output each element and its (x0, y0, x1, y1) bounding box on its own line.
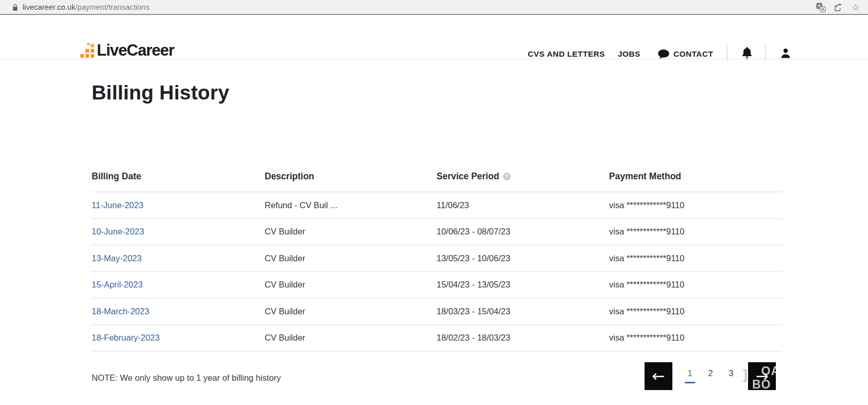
description-cell: CV Builder (265, 333, 437, 343)
info-icon[interactable]: ? (503, 173, 511, 180)
description-cell: CV Builder (265, 307, 437, 316)
arrow-left-icon: ← (652, 368, 665, 384)
column-header-description: Description (265, 171, 437, 182)
billing-date-link[interactable]: 18-February-2023 (92, 333, 265, 343)
column-header-service-period: Service Period ? (437, 171, 609, 182)
bell-icon[interactable] (740, 46, 754, 60)
description-cell: CV Builder (265, 280, 437, 290)
description-cell: CV Builder (265, 227, 437, 237)
payment-method-cell: visa ************9110 (609, 280, 782, 290)
service-period-cell: 11/06/23 (437, 200, 609, 210)
service-period-cell: 15/04/23 - 13/05/23 (437, 280, 609, 290)
description-cell: Refund - CV Buil ... (265, 200, 437, 210)
payment-method-cell: visa ************9110 (609, 227, 782, 237)
table-row: 15-April-2023 CV Builder 15/04/23 - 13/0… (92, 272, 782, 299)
billing-date-link[interactable]: 18-March-2023 (92, 307, 265, 316)
payment-method-cell: visa ************9110 (609, 254, 782, 263)
nav-cvs-and-letters[interactable]: CVS AND LETTERS (528, 47, 605, 61)
browser-url-bar[interactable]: livecareer.co.uk/payment/transactions ☆ (0, 0, 868, 15)
table-row: 18-February-2023 CV Builder 18/02/23 - 1… (92, 325, 782, 352)
livecareer-logo[interactable]: LiveCareer (80, 43, 174, 58)
payment-method-cell: visa ************9110 (609, 200, 782, 210)
billing-date-link[interactable]: 11-June-2023 (92, 200, 265, 210)
chat-bubble-icon (657, 49, 670, 60)
pagination-page-2[interactable]: 2 (705, 368, 716, 378)
billing-date-link[interactable]: 10-June-2023 (92, 227, 265, 237)
billing-history-table: Billing Date Description Service Period … (92, 171, 782, 351)
billing-date-link[interactable]: 13-May-2023 (92, 254, 265, 263)
logo-mark-icon (80, 43, 95, 58)
pagination-page-1[interactable]: 1 (685, 368, 695, 383)
table-row: 13-May-2023 CV Builder 13/05/23 - 10/06/… (92, 245, 782, 272)
translate-icon[interactable] (815, 2, 826, 12)
site-header: LiveCareer CVS AND LETTERS JOBS CONTACT (0, 16, 868, 59)
column-header-billing-date: Billing Date (92, 171, 265, 182)
lock-icon (11, 4, 19, 11)
service-period-cell: 18/02/23 - 18/03/23 (437, 333, 609, 343)
service-period-cell: 10/06/23 - 08/07/23 (437, 227, 609, 237)
table-header-row: Billing Date Description Service Period … (92, 171, 782, 192)
nav-jobs[interactable]: JOBS (618, 47, 640, 61)
pagination-next-button[interactable]: OA BO → (748, 362, 776, 390)
person-icon[interactable] (779, 47, 792, 59)
column-header-payment-method: Payment Method (609, 171, 782, 182)
url-text[interactable]: livecareer.co.uk/payment/transactions (23, 3, 149, 11)
overlay-text-fragment: ] (743, 367, 748, 383)
table-row: 11-June-2023 Refund - CV Buil ... 11/06/… (92, 192, 782, 219)
url-domain: livecareer.co.uk (23, 3, 75, 11)
url-path: /payment/transactions (75, 3, 149, 11)
arrow-right-icon: → (755, 368, 768, 384)
logo-text: LiveCareer (97, 43, 174, 58)
pagination-prev-button[interactable]: ← (645, 362, 672, 390)
payment-method-cell: visa ************9110 (609, 307, 782, 316)
description-cell: CV Builder (265, 254, 437, 263)
billing-date-link[interactable]: 15-April-2023 (92, 280, 265, 290)
page-title: Billing History (92, 81, 229, 104)
share-icon[interactable] (833, 2, 843, 12)
nav-divider (727, 45, 727, 61)
nav-contact[interactable]: CONTACT (673, 47, 713, 61)
screen: livecareer.co.uk/payment/transactions ☆ (0, 0, 868, 405)
table-row: 10-June-2023 CV Builder 10/06/23 - 08/07… (92, 219, 782, 246)
nav-divider (765, 45, 766, 61)
payment-method-cell: visa ************9110 (609, 333, 782, 343)
bookmark-star-icon[interactable]: ☆ (850, 2, 861, 12)
service-period-cell: 13/05/23 - 10/06/23 (437, 254, 609, 263)
pagination-page-3[interactable]: 3 (726, 368, 736, 378)
star-glyph: ☆ (852, 3, 859, 12)
service-period-label: Service Period (437, 171, 499, 182)
billing-history-note: NOTE: We only show up to 1 year of billi… (92, 373, 281, 383)
service-period-cell: 18/03/23 - 15/04/23 (437, 307, 609, 316)
urlbar-action-icons: ☆ (815, 2, 861, 12)
table-row: 18-March-2023 CV Builder 18/03/23 - 15/0… (92, 298, 782, 325)
